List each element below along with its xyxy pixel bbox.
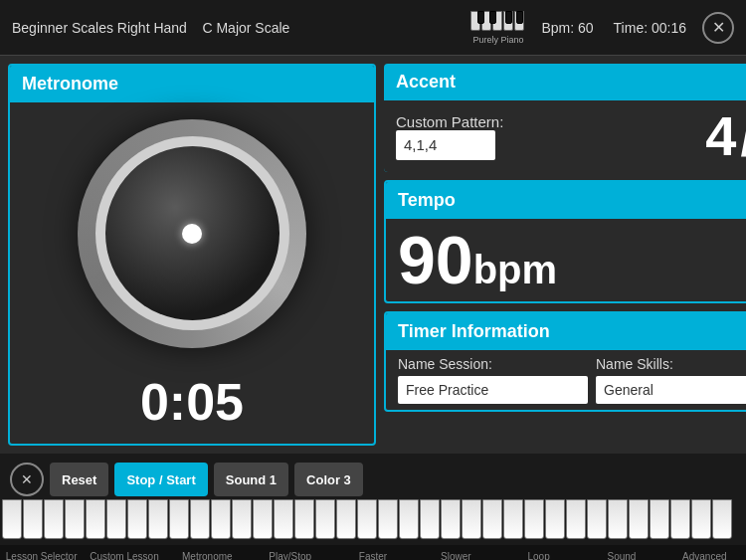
white-key[interactable] <box>608 499 628 539</box>
white-key[interactable] <box>274 499 293 539</box>
metronome-circle-area <box>10 102 374 364</box>
close-button[interactable]: ✕ <box>702 12 734 44</box>
white-key[interactable] <box>587 499 607 539</box>
stop-start-button[interactable]: Stop / Start <box>114 463 207 496</box>
metronome-outer-ring <box>78 119 306 348</box>
white-key[interactable] <box>524 499 544 539</box>
tempo-value-row: 90 bpm <box>398 223 557 297</box>
white-key[interactable] <box>545 499 565 539</box>
nav-lesson-selector[interactable]: Lesson Selector <box>0 545 83 560</box>
white-key[interactable] <box>294 499 314 539</box>
white-key[interactable] <box>190 499 210 539</box>
timer-section: Timer Information Name Session: Name Ski… <box>384 311 746 412</box>
metronome-time: 0:05 <box>140 364 244 444</box>
timer-labels-row: Name Session: Name Skills: <box>398 356 746 372</box>
tempo-unit: bpm <box>473 248 557 292</box>
bottom-nav: Lesson Selector Custom Lesson Metronome … <box>0 545 746 560</box>
bpm-display: Bpm: 60 <box>541 20 593 36</box>
name-session-label: Name Session: <box>398 356 588 372</box>
bottom-close-button[interactable]: ✕ <box>10 463 44 496</box>
white-key[interactable] <box>441 499 461 539</box>
white-key[interactable] <box>650 499 669 539</box>
accent-title: Accent <box>384 64 746 100</box>
white-key[interactable] <box>127 499 147 539</box>
tempo-title: Tempo <box>386 182 746 219</box>
nav-sound[interactable]: Sound <box>580 545 662 560</box>
white-key[interactable] <box>23 499 43 539</box>
white-key[interactable] <box>357 499 377 539</box>
white-key[interactable] <box>629 499 649 539</box>
metronome-inner <box>105 146 280 320</box>
nav-advanced[interactable]: Advanced <box>663 545 746 560</box>
bottom-section: ✕ Reset Stop / Start Sound 1 Color 3 // … <box>0 454 746 560</box>
accent-left: Custom Pattern: <box>396 113 503 160</box>
timer-inputs-row <box>398 376 746 404</box>
tempo-value: 90 <box>398 223 473 297</box>
white-key[interactable] <box>462 499 481 539</box>
white-key[interactable] <box>399 499 419 539</box>
lesson-title: Beginner Scales Right Hand C Major Scale <box>12 20 455 36</box>
white-key[interactable] <box>169 499 189 539</box>
name-skills-input[interactable] <box>596 376 746 404</box>
nav-slower[interactable]: Slower <box>415 545 497 560</box>
white-key[interactable] <box>336 499 356 539</box>
top-bar: Beginner Scales Right Hand C Major Scale… <box>0 0 746 56</box>
nav-loop[interactable]: Loop <box>497 545 580 560</box>
white-key[interactable] <box>148 499 168 539</box>
white-key[interactable] <box>211 499 231 539</box>
nav-play-stop[interactable]: Play/Stop <box>249 545 331 560</box>
nav-metronome[interactable]: Metronome <box>166 545 249 560</box>
white-key[interactable] <box>482 499 502 539</box>
time-display: Time: 00:16 <box>614 20 686 36</box>
accent-body: Custom Pattern: 4 / ▲ ▼ <box>384 100 746 172</box>
custom-pattern-input[interactable] <box>396 130 495 160</box>
app-logo: Purely Piano <box>470 11 525 45</box>
color3-button[interactable]: Color 3 <box>294 463 363 496</box>
white-key[interactable] <box>232 499 252 539</box>
white-key[interactable] <box>2 499 22 539</box>
white-key[interactable] <box>420 499 440 539</box>
accent-numerator: 4 <box>705 108 736 164</box>
accent-fraction-area: 4 / ▲ ▼ <box>705 108 746 164</box>
metronome-panel: Metronome 0:05 <box>8 64 376 446</box>
custom-pattern-label: Custom Pattern: <box>396 113 503 130</box>
white-key[interactable] <box>670 499 690 539</box>
accent-slash: / <box>740 108 746 164</box>
piano-strip: // We'll generate piano keys inline docu… <box>0 499 746 545</box>
sound1-button[interactable]: Sound 1 <box>214 463 288 496</box>
white-key[interactable] <box>712 499 732 539</box>
timer-body: Name Session: Name Skills: <box>386 350 746 410</box>
name-session-input[interactable] <box>398 376 588 404</box>
white-key[interactable] <box>378 499 398 539</box>
scale-name: C Major Scale <box>202 20 289 36</box>
right-panel: Accent Custom Pattern: 4 / ▲ ▼ Tempo <box>384 64 746 446</box>
main-content: Metronome 0:05 Accent Custom Pattern: <box>0 56 746 454</box>
white-key[interactable] <box>86 499 105 539</box>
white-key[interactable] <box>566 499 586 539</box>
lesson-name: Beginner Scales Right Hand <box>12 20 187 36</box>
metronome-middle-ring <box>95 136 289 330</box>
bottom-controls: ✕ Reset Stop / Start Sound 1 Color 3 <box>0 454 746 499</box>
tempo-section: Tempo 90 bpm ▲ ▼ <box>384 180 746 303</box>
tempo-body: 90 bpm ▲ ▼ <box>386 219 746 301</box>
accent-section: Accent Custom Pattern: 4 / ▲ ▼ <box>384 64 746 172</box>
timer-info-title: Timer Information <box>386 313 746 350</box>
white-key[interactable] <box>65 499 85 539</box>
white-key[interactable] <box>503 499 523 539</box>
white-key[interactable] <box>253 499 273 539</box>
white-key[interactable] <box>106 499 126 539</box>
metronome-dot <box>182 224 202 244</box>
nav-custom-lesson[interactable]: Custom Lesson <box>83 545 165 560</box>
logo-text: Purely Piano <box>472 35 523 45</box>
white-key[interactable] <box>315 499 335 539</box>
reset-button[interactable]: Reset <box>50 463 108 496</box>
nav-faster[interactable]: Faster <box>331 545 414 560</box>
name-skills-label: Name Skills: <box>596 356 746 372</box>
metronome-title: Metronome <box>10 66 374 102</box>
white-key[interactable] <box>691 499 711 539</box>
white-key[interactable] <box>44 499 64 539</box>
